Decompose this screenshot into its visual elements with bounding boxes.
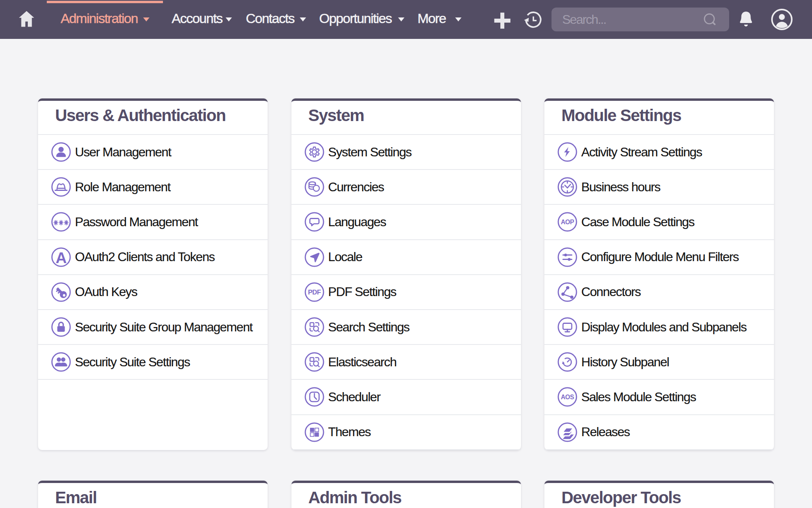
svg-text:AOS: AOS [561, 394, 574, 400]
svg-text:A: A [56, 249, 67, 266]
svg-text:PDF: PDF [308, 288, 321, 296]
svg-text:AOP: AOP [561, 219, 574, 225]
